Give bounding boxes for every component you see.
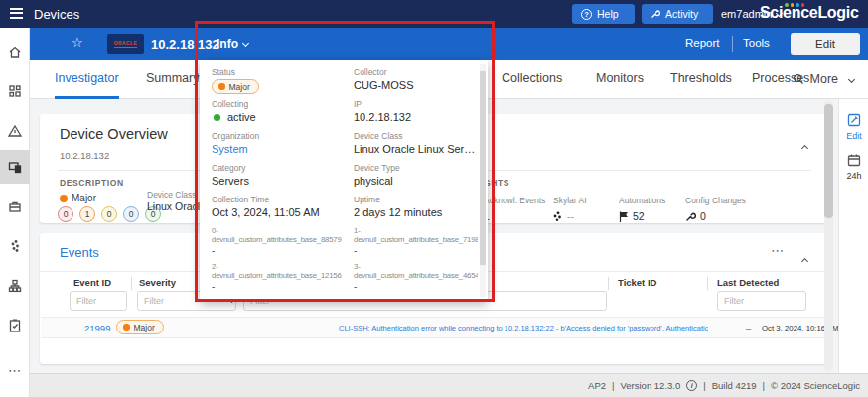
tab-summary[interactable]: Summary (146, 60, 199, 99)
event-message-link[interactable]: CLI-SSH: Authentication error while conn… (339, 324, 708, 332)
devices-icon[interactable] (7, 159, 23, 175)
notice-count[interactable]: 0 (123, 206, 139, 222)
major-dot-icon (218, 83, 225, 90)
help-button[interactable]: ? Help (572, 4, 635, 24)
left-nav-sidebar: ⋯ (0, 28, 30, 397)
event-id-filter[interactable] (70, 291, 127, 311)
collapse-chevron-icon[interactable] (797, 136, 807, 154)
scrollbar-thumb[interactable] (824, 104, 833, 218)
event-table-row[interactable]: 21999 Major CLI-SSH: Authentication erro… (41, 317, 828, 338)
col-ticket-id[interactable]: Ticket ID (618, 277, 656, 288)
tab-monitors[interactable]: Monitors (596, 60, 644, 99)
edit-icon (847, 113, 861, 127)
tabs-more-button[interactable]: More (793, 60, 854, 99)
tickets-icon[interactable] (7, 318, 23, 333)
organization-link[interactable]: System (212, 143, 354, 155)
search-icon (793, 73, 804, 85)
chevron-down-icon (848, 75, 855, 82)
report-button[interactable]: Report (685, 37, 720, 49)
active-dot-icon (214, 114, 220, 121)
device-severity: Major (60, 193, 96, 203)
critical-count[interactable]: 0 (58, 206, 73, 222)
logo-dots-icon (785, 3, 804, 7)
col-severity[interactable]: Severity (139, 277, 176, 288)
skylar-dots-icon (553, 211, 563, 221)
field-status: Status Major (212, 67, 354, 99)
activity-button[interactable]: Activity (642, 4, 713, 24)
business-services-icon[interactable] (7, 198, 23, 214)
minor-count[interactable]: 0 (101, 206, 117, 222)
info-icon[interactable]: i (686, 380, 697, 391)
field-uptime: Uptime 2 days 12 minutes (354, 195, 478, 226)
field-collecting: Collecting active (212, 99, 354, 131)
tab-investigator[interactable]: Investigator (55, 60, 119, 99)
major-count[interactable]: 1 (79, 206, 95, 222)
device-header-bar: ☆ ORACLE 10.2.18.132 Info Report Tools E… (30, 28, 868, 60)
range-label: 24h (839, 171, 868, 181)
footer-build: Build 4219 (712, 380, 757, 391)
events-icon[interactable] (7, 238, 23, 254)
panel-menu-icon[interactable]: ⋯ (771, 243, 784, 258)
divider (732, 36, 733, 52)
top-nav-bar: Devices ? Help Activity em7admin Science… (0, 0, 868, 28)
footer-ap: AP2 (588, 380, 606, 391)
tools-button[interactable]: Tools (743, 37, 770, 49)
tab-thresholds[interactable]: Thresholds (670, 60, 732, 99)
field-device-type: Device Type physical (354, 163, 478, 195)
panel-scrollbar[interactable] (480, 64, 486, 297)
hamburger-menu-icon[interactable] (10, 8, 23, 19)
field-custom-attribute-2: 2- devnull_custom_attributes_base_12156 … (212, 262, 354, 298)
field-custom-attribute-3: 3- devnull_custom_attributes_base_46542 … (354, 262, 478, 298)
metric-config-changes: Config Changes 0 (685, 190, 746, 222)
divider: | (763, 380, 765, 391)
edit-label: Edit (839, 131, 868, 141)
panel-subtitle: 10.2.18.132 (60, 150, 109, 161)
vertical-scrollbar[interactable] (824, 101, 833, 371)
wrench-icon (651, 9, 660, 19)
major-dot-icon (123, 324, 130, 331)
metric-acknowl-events: Acknowl. Events 1 (484, 190, 545, 222)
field-organization: Organization System (212, 131, 354, 163)
field-collector: Collector CUG-MOSS (354, 67, 478, 99)
collapse-chevron-icon[interactable] (797, 249, 807, 267)
sciencelogic-logo: ScienceLogic (760, 4, 859, 22)
col-event-id[interactable]: Event ID (73, 277, 111, 288)
info-dropdown-trigger[interactable]: Info (217, 37, 248, 51)
events-title[interactable]: Events (60, 245, 99, 260)
event-id-link[interactable]: 21999 (84, 323, 110, 333)
layout-edit-button[interactable]: Edit (839, 113, 868, 141)
time-range-button[interactable]: 24h (839, 153, 868, 181)
field-ip: IP 10.2.18.132 (354, 99, 478, 131)
dashboards-icon[interactable] (7, 83, 23, 99)
networks-icon[interactable] (7, 278, 23, 294)
sidebar-more-icon[interactable]: ⋯ (8, 363, 21, 378)
info-dropdown-panel: Status Major Collector CUG-MOSS Collecti… (200, 60, 488, 301)
divider (707, 277, 708, 290)
device-name: 10.2.18.132 (151, 37, 219, 52)
footer-version: Version 12.3.0 (620, 380, 680, 391)
home-icon[interactable] (7, 44, 23, 60)
calendar-icon (847, 153, 861, 167)
app-window: Devices ? Help Activity em7admin Science… (0, 0, 868, 397)
divider (131, 277, 132, 290)
col-last-detected[interactable]: Last Detected (717, 277, 779, 288)
last-detected-filter[interactable] (717, 291, 806, 311)
footer-bar: AP2 | Version 12.3.0 i | Build 4219 | © … (30, 373, 868, 397)
scrollbar-thumb[interactable] (480, 71, 486, 265)
field-custom-attribute-1: 1- devnull_custom_attributes_base_71983 … (354, 226, 478, 262)
page-title: Devices (34, 7, 79, 22)
divider: | (612, 380, 614, 391)
metric-skylar-ai: Skylar AI -- (553, 190, 587, 222)
field-collection-time: Collection Time Oct 3, 2024, 11:05 AM (212, 195, 354, 226)
field-category: Category Servers (212, 163, 354, 195)
tab-collections[interactable]: Collections (502, 60, 562, 99)
divider: | (703, 380, 705, 391)
major-dot-icon (60, 195, 68, 202)
chevron-down-icon (242, 40, 249, 47)
divider (608, 277, 609, 290)
alerts-icon[interactable] (7, 123, 23, 139)
favorite-star-icon[interactable]: ☆ (72, 35, 83, 50)
panel-title: Device Overview (60, 126, 168, 142)
activity-label: Activity (665, 8, 698, 20)
edit-button[interactable]: Edit (791, 33, 860, 55)
